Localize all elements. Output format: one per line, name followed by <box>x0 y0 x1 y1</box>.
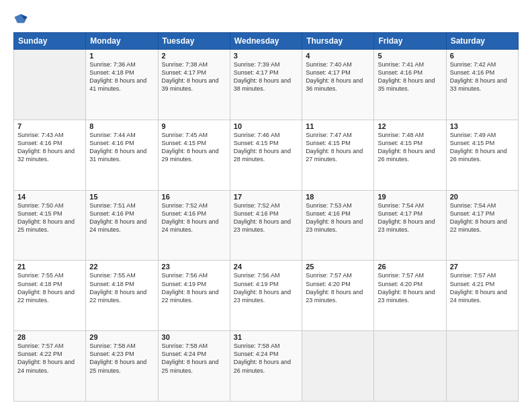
day-detail: Sunrise: 7:54 AMSunset: 4:17 PMDaylight:… <box>378 202 435 233</box>
day-detail: Sunrise: 7:56 AMSunset: 4:19 PMDaylight:… <box>234 272 291 303</box>
day-detail: Sunrise: 7:54 AMSunset: 4:17 PMDaylight:… <box>450 202 507 233</box>
day-number: 16 <box>162 193 226 201</box>
calendar-cell: 8Sunrise: 7:44 AMSunset: 4:16 PMDaylight… <box>86 120 158 190</box>
header <box>13 12 519 27</box>
weekday-header-row: SundayMondayTuesdayWednesdayThursdayFrid… <box>14 33 519 50</box>
day-detail: Sunrise: 7:57 AMSunset: 4:22 PMDaylight:… <box>17 342 75 373</box>
calendar-cell: 6Sunrise: 7:42 AMSunset: 4:16 PMDaylight… <box>446 50 518 120</box>
day-number: 17 <box>234 193 298 201</box>
weekday-header-thursday: Thursday <box>302 33 374 50</box>
calendar-cell: 26Sunrise: 7:57 AMSunset: 4:20 PMDayligh… <box>374 261 446 331</box>
calendar-cell: 25Sunrise: 7:57 AMSunset: 4:20 PMDayligh… <box>302 261 374 331</box>
calendar-cell: 21Sunrise: 7:55 AMSunset: 4:18 PMDayligh… <box>14 261 86 331</box>
calendar-cell: 11Sunrise: 7:47 AMSunset: 4:15 PMDayligh… <box>302 120 374 190</box>
day-number: 12 <box>378 122 442 130</box>
day-number: 19 <box>378 193 442 201</box>
day-number: 20 <box>450 193 515 201</box>
calendar-cell: 23Sunrise: 7:56 AMSunset: 4:19 PMDayligh… <box>158 261 230 331</box>
day-number: 6 <box>450 52 515 60</box>
calendar-cell: 4Sunrise: 7:40 AMSunset: 4:17 PMDaylight… <box>302 50 374 120</box>
day-detail: Sunrise: 7:57 AMSunset: 4:21 PMDaylight:… <box>450 272 507 303</box>
day-number: 8 <box>89 122 154 130</box>
calendar-cell: 28Sunrise: 7:57 AMSunset: 4:22 PMDayligh… <box>14 331 86 402</box>
day-detail: Sunrise: 7:50 AMSunset: 4:15 PMDaylight:… <box>17 202 75 233</box>
day-number: 28 <box>17 333 82 341</box>
day-number: 22 <box>89 263 154 271</box>
calendar-cell: 19Sunrise: 7:54 AMSunset: 4:17 PMDayligh… <box>374 190 446 261</box>
day-number: 30 <box>162 333 226 341</box>
day-detail: Sunrise: 7:45 AMSunset: 4:15 PMDaylight:… <box>162 132 219 163</box>
calendar-cell: 15Sunrise: 7:51 AMSunset: 4:16 PMDayligh… <box>86 190 158 261</box>
day-number: 7 <box>17 122 82 130</box>
day-detail: Sunrise: 7:58 AMSunset: 4:23 PMDaylight:… <box>89 342 146 373</box>
calendar-week-3: 14Sunrise: 7:50 AMSunset: 4:15 PMDayligh… <box>14 190 519 261</box>
day-number: 13 <box>450 122 515 130</box>
day-detail: Sunrise: 7:52 AMSunset: 4:16 PMDaylight:… <box>162 202 219 233</box>
day-number: 18 <box>306 193 370 201</box>
calendar-week-2: 7Sunrise: 7:43 AMSunset: 4:16 PMDaylight… <box>14 120 519 190</box>
day-detail: Sunrise: 7:48 AMSunset: 4:15 PMDaylight:… <box>378 132 435 163</box>
calendar-week-1: 1Sunrise: 7:36 AMSunset: 4:18 PMDaylight… <box>14 50 519 120</box>
day-number: 27 <box>450 263 515 271</box>
calendar-cell: 22Sunrise: 7:55 AMSunset: 4:18 PMDayligh… <box>86 261 158 331</box>
day-detail: Sunrise: 7:57 AMSunset: 4:20 PMDaylight:… <box>378 272 435 303</box>
day-number: 5 <box>378 52 442 60</box>
day-detail: Sunrise: 7:52 AMSunset: 4:16 PMDaylight:… <box>234 202 291 233</box>
calendar-cell: 5Sunrise: 7:41 AMSunset: 4:16 PMDaylight… <box>374 50 446 120</box>
calendar-cell: 2Sunrise: 7:38 AMSunset: 4:17 PMDaylight… <box>158 50 230 120</box>
calendar-cell: 10Sunrise: 7:46 AMSunset: 4:15 PMDayligh… <box>230 120 302 190</box>
calendar-cell: 14Sunrise: 7:50 AMSunset: 4:15 PMDayligh… <box>14 190 86 261</box>
calendar: SundayMondayTuesdayWednesdayThursdayFrid… <box>13 32 519 402</box>
weekday-header-monday: Monday <box>86 33 158 50</box>
day-number: 2 <box>162 52 226 60</box>
day-number: 29 <box>89 333 154 341</box>
day-number: 10 <box>234 122 298 130</box>
day-number: 14 <box>17 193 82 201</box>
day-detail: Sunrise: 7:53 AMSunset: 4:16 PMDaylight:… <box>306 202 363 233</box>
day-detail: Sunrise: 7:44 AMSunset: 4:16 PMDaylight:… <box>89 132 146 163</box>
weekday-header-tuesday: Tuesday <box>158 33 230 50</box>
day-number: 31 <box>234 333 298 341</box>
calendar-week-4: 21Sunrise: 7:55 AMSunset: 4:18 PMDayligh… <box>14 261 519 331</box>
day-detail: Sunrise: 7:42 AMSunset: 4:16 PMDaylight:… <box>450 61 507 92</box>
day-number: 9 <box>162 122 226 130</box>
logo-icon <box>13 12 28 27</box>
day-detail: Sunrise: 7:43 AMSunset: 4:16 PMDaylight:… <box>17 132 75 163</box>
calendar-cell: 24Sunrise: 7:56 AMSunset: 4:19 PMDayligh… <box>230 261 302 331</box>
calendar-cell: 12Sunrise: 7:48 AMSunset: 4:15 PMDayligh… <box>374 120 446 190</box>
day-detail: Sunrise: 7:56 AMSunset: 4:19 PMDaylight:… <box>162 272 219 303</box>
day-detail: Sunrise: 7:36 AMSunset: 4:18 PMDaylight:… <box>89 61 146 92</box>
calendar-cell: 18Sunrise: 7:53 AMSunset: 4:16 PMDayligh… <box>302 190 374 261</box>
day-detail: Sunrise: 7:57 AMSunset: 4:20 PMDaylight:… <box>306 272 363 303</box>
day-detail: Sunrise: 7:55 AMSunset: 4:18 PMDaylight:… <box>89 272 146 303</box>
day-number: 15 <box>89 193 154 201</box>
calendar-cell: 30Sunrise: 7:58 AMSunset: 4:24 PMDayligh… <box>158 331 230 402</box>
calendar-week-5: 28Sunrise: 7:57 AMSunset: 4:22 PMDayligh… <box>14 331 519 402</box>
day-detail: Sunrise: 7:41 AMSunset: 4:16 PMDaylight:… <box>378 61 435 92</box>
day-number: 4 <box>306 52 370 60</box>
day-number: 23 <box>162 263 226 271</box>
day-number: 21 <box>17 263 82 271</box>
calendar-cell <box>14 50 86 120</box>
day-detail: Sunrise: 7:47 AMSunset: 4:15 PMDaylight:… <box>306 132 363 163</box>
page: SundayMondayTuesdayWednesdayThursdayFrid… <box>0 0 532 411</box>
logo <box>13 12 31 27</box>
day-detail: Sunrise: 7:55 AMSunset: 4:18 PMDaylight:… <box>17 272 75 303</box>
calendar-cell: 17Sunrise: 7:52 AMSunset: 4:16 PMDayligh… <box>230 190 302 261</box>
calendar-cell: 29Sunrise: 7:58 AMSunset: 4:23 PMDayligh… <box>86 331 158 402</box>
calendar-cell: 27Sunrise: 7:57 AMSunset: 4:21 PMDayligh… <box>446 261 518 331</box>
day-detail: Sunrise: 7:58 AMSunset: 4:24 PMDaylight:… <box>162 342 219 373</box>
day-number: 11 <box>306 122 370 130</box>
day-number: 26 <box>378 263 442 271</box>
weekday-header-friday: Friday <box>374 33 446 50</box>
day-number: 3 <box>234 52 298 60</box>
calendar-cell: 1Sunrise: 7:36 AMSunset: 4:18 PMDaylight… <box>86 50 158 120</box>
day-detail: Sunrise: 7:40 AMSunset: 4:17 PMDaylight:… <box>306 61 363 92</box>
calendar-cell: 13Sunrise: 7:49 AMSunset: 4:15 PMDayligh… <box>446 120 518 190</box>
day-detail: Sunrise: 7:46 AMSunset: 4:15 PMDaylight:… <box>234 132 291 163</box>
day-detail: Sunrise: 7:38 AMSunset: 4:17 PMDaylight:… <box>162 61 219 92</box>
calendar-cell: 3Sunrise: 7:39 AMSunset: 4:17 PMDaylight… <box>230 50 302 120</box>
day-detail: Sunrise: 7:58 AMSunset: 4:24 PMDaylight:… <box>234 342 291 373</box>
day-detail: Sunrise: 7:39 AMSunset: 4:17 PMDaylight:… <box>234 61 291 92</box>
weekday-header-saturday: Saturday <box>446 33 518 50</box>
